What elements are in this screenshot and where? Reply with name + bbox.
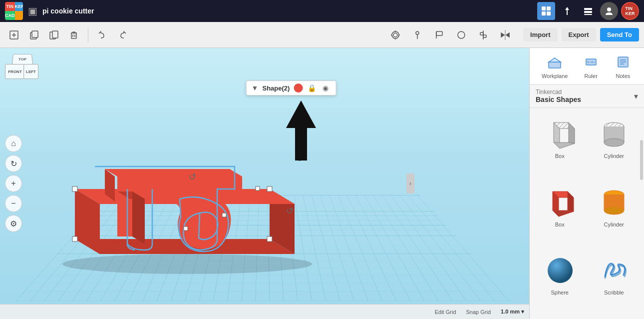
group-color-swatch[interactable] [294,84,303,92]
svg-point-89 [548,258,573,283]
left-controls: ⌂ ↻ + − ⚙ [5,135,22,232]
import-button[interactable]: Import [523,28,557,42]
scribble-icon [597,252,632,288]
svg-text:↺: ↺ [286,206,294,216]
pick-button[interactable] [558,2,576,20]
svg-rect-14 [52,31,58,38]
svg-point-86 [604,206,624,214]
panel-collapse-handle[interactable]: › [406,174,414,194]
logo-cell-1: TIN [5,2,15,11]
notes-button[interactable]: Notes [614,53,632,79]
svg-point-35 [62,254,312,274]
sphere-blue-icon [542,252,577,288]
cube-top-face: TOP [12,54,33,65]
grid-view-button[interactable] [537,2,555,20]
topbar: TIN KER CAD ▣ pi cookie cutter TINKER [0,0,644,22]
svg-rect-48 [184,226,188,230]
cylinder-gray-label: Cylinder [604,153,624,159]
svg-rect-2 [542,12,546,16]
shapes-header: Tinkercad Basic Shapes ▾ [530,84,644,108]
lock-icon[interactable]: 🔒 [307,83,317,93]
svg-point-24 [416,32,419,34]
cube-right-face: LEFT [23,64,38,79]
export-button[interactable]: Export [562,28,596,42]
app-title: pi cookie cutter [42,7,532,15]
svg-rect-15 [71,33,76,38]
shape-item-box-red[interactable]: Box [535,182,585,246]
scrollbar-thumb[interactable] [640,140,643,180]
svg-marker-82 [568,192,574,212]
toolbar: Import Export Send To [0,22,644,48]
duplicate-button[interactable] [45,26,63,44]
svg-point-77 [604,138,624,146]
status-bar: Edit Grid Snap Grid 1.0 mm ▾ [0,304,529,319]
edit-grid-label[interactable]: Edit Grid [435,309,456,315]
workplane-button[interactable]: Workplane [542,53,568,79]
shape-item-scribble[interactable]: Scribble [589,250,640,314]
circle-tool[interactable] [452,26,470,44]
top-right-icons: TINKER [537,2,639,20]
shapes-grid: Box [530,108,644,319]
shape-item-sphere-blue[interactable]: Sphere [535,250,585,314]
snap-value[interactable]: 1.0 mm ▾ [501,308,524,315]
cylinder-orange-icon [597,184,632,220]
ruler-button[interactable]: Ruler [582,53,600,79]
shape-item-cylinder-gray[interactable]: Cylinder [589,113,640,178]
send-to-button[interactable]: Send To [600,28,639,42]
cube-navigator[interactable]: TOP FRONT LEFT [5,53,40,88]
settings-button[interactable]: ⚙ [5,215,22,232]
toolbar-right: Import Export Send To [386,26,639,44]
undo-button[interactable] [93,26,111,44]
shapes-category: Tinkercad [536,88,581,96]
right-panel: Workplane Ruler [529,48,644,319]
cylinder-gray-icon [597,116,632,151]
group-dropdown-arrow[interactable]: ▼ [252,84,259,92]
workplane-label: Workplane [542,73,568,79]
right-top-icons: Workplane Ruler [530,48,644,84]
svg-point-7 [607,8,611,12]
svg-marker-57 [286,100,316,160]
delete-button[interactable] [65,26,83,44]
svg-rect-30 [480,32,483,35]
svg-rect-0 [542,6,546,10]
svg-rect-46 [256,186,260,190]
logo-cell-3: CAD [5,11,15,20]
flag-tool[interactable] [430,26,448,44]
align-tool[interactable] [474,26,492,44]
camera-tool[interactable] [386,26,404,44]
pin-tool[interactable] [408,26,426,44]
logo-cell-2: KER [15,2,23,11]
workplane-icon [546,53,564,71]
copy-button[interactable] [25,26,43,44]
svg-marker-33 [501,33,504,37]
storage-button[interactable] [579,2,597,20]
tinkercad-logo[interactable]: TIN KER CAD [5,2,23,20]
svg-rect-60 [586,59,596,65]
visibility-icon[interactable]: ◉ [321,83,330,93]
svg-marker-45 [132,192,145,244]
svg-rect-1 [547,6,551,10]
zoom-out-button[interactable]: − [5,195,22,212]
shape-item-cylinder-orange[interactable]: Cylinder [589,182,640,246]
zoom-in-button[interactable]: + [5,175,22,192]
rotate-view-button[interactable]: ↻ [5,155,22,172]
arrow-indicator [281,98,321,165]
new-design-button[interactable] [5,26,23,44]
shape-item-box-gray[interactable]: Box [535,113,585,178]
shapes-category-group: Tinkercad Basic Shapes [536,88,581,104]
box-red-icon [542,184,577,220]
redo-button[interactable] [113,26,131,44]
notes-icon [614,53,632,71]
mirror-tool[interactable] [496,26,514,44]
home-view-button[interactable]: ⌂ [5,135,22,152]
viewport[interactable]: TOP FRONT LEFT ⌂ ↻ + − ⚙ [0,48,529,319]
shapes-dropdown-arrow[interactable]: ▾ [634,92,638,101]
tinkercad-badge[interactable]: TINKER [621,2,639,20]
shapes-name: Basic Shapes [536,96,581,104]
svg-marker-41 [105,169,242,176]
svg-point-28 [458,32,465,38]
group-panel: ▼ Shape(2) 🔒 ◉ [246,80,336,96]
svg-rect-26 [436,32,442,36]
user-avatar[interactable] [600,2,618,20]
toolbar-separator-1 [88,28,88,42]
